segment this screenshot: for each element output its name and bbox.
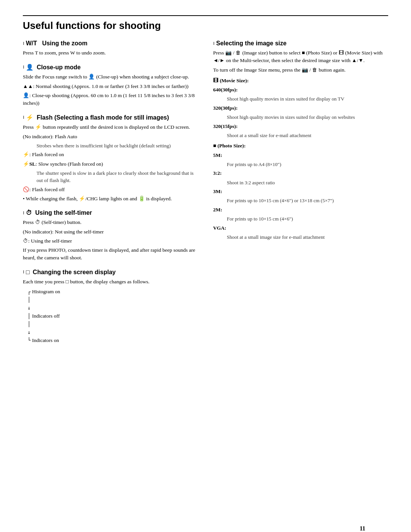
closeup-label: Close-up mode	[35, 64, 81, 71]
flash-body: Press ⚡ button repeatedly until the desi…	[23, 123, 198, 203]
section-wt-zoom: ⁝ W/T Using the zoom Press T to zoom, pr…	[23, 40, 198, 57]
image-size-label: Selecting the image size	[216, 40, 287, 47]
screen-display-icon: □	[26, 269, 30, 276]
image-size-icon-prefix: ⁝	[213, 41, 215, 46]
flash-icon-prefix: ⁝	[23, 115, 24, 120]
screen-display-body: Each time you press □ button, the displa…	[23, 278, 198, 345]
right-column: ⁝ Selecting the image size Press 📷 / 🗑 (…	[213, 40, 388, 351]
arrow-corner-top: ┌	[27, 289, 30, 295]
self-timer-body: Press ⏱ (Self-timer) button. (No indicat…	[23, 219, 198, 262]
arrow-mid: │	[27, 313, 30, 319]
page-title: Useful functions for shooting	[23, 20, 388, 32]
arrow-down-1: │↓	[27, 297, 30, 311]
section-title-flash: ⁝ ⚡ Flash (Selecting a flash mode for st…	[23, 114, 198, 121]
wt-zoom-body: Press T to zoom, press W to undo zoom.	[23, 49, 198, 57]
arrow-down-2: │↓	[27, 321, 30, 335]
flash-bolt-icon: ⚡	[26, 114, 33, 121]
self-timer-icon-prefix: ⁝	[23, 211, 24, 216]
closeup-icon: ⁝	[23, 65, 24, 70]
closeup-body: Slide the Focus range switch to 👤 (Close…	[23, 73, 198, 107]
section-title-closeup: ⁝ 👤 Close-up mode	[23, 64, 198, 71]
section-image-size: ⁝ Selecting the image size Press 📷 / 🗑 (…	[213, 40, 388, 241]
section-closeup: ⁝ 👤 Close-up mode Slide the Focus range …	[23, 64, 198, 107]
screen-display-label: Changing the screen display	[31, 269, 116, 276]
section-flash: ⁝ ⚡ Flash (Selecting a flash mode for st…	[23, 114, 198, 203]
screen-display-icon-prefix: ⁝	[23, 270, 24, 275]
arrow-corner-bottom: └	[27, 337, 30, 343]
section-screen-display: ⁝ □ Changing the screen display Each tim…	[23, 269, 198, 345]
page-number: 11	[360, 525, 365, 532]
display-options: ┌ Histogram on │↓	[27, 288, 198, 345]
section-self-timer: ⁝ ⏱ Using the self-timer Press ⏱ (Self-t…	[23, 209, 198, 262]
left-column: ⁝ W/T Using the zoom Press T to zoom, pr…	[23, 40, 198, 351]
closeup-person-icon: 👤	[26, 64, 33, 71]
wt-icon: ⁝	[23, 41, 24, 46]
flash-label: Flash (Selecting a flash mode for still …	[35, 114, 169, 121]
section-title-self-timer: ⁝ ⏱ Using the self-timer	[23, 209, 198, 216]
section-title-image-size: ⁝ Selecting the image size	[213, 40, 388, 47]
top-rule	[23, 15, 388, 16]
self-timer-label: Using the self-timer	[33, 209, 92, 216]
self-timer-clock-icon: ⏱	[26, 209, 32, 216]
section-title-screen-display: ⁝ □ Changing the screen display	[23, 269, 198, 276]
image-size-body: Press 📷 / 🗑 (Image size) button to selec…	[213, 49, 388, 241]
section-title-wt-zoom: ⁝ W/T Using the zoom	[23, 40, 198, 47]
wt-zoom-label: W/T Using the zoom	[26, 40, 88, 47]
